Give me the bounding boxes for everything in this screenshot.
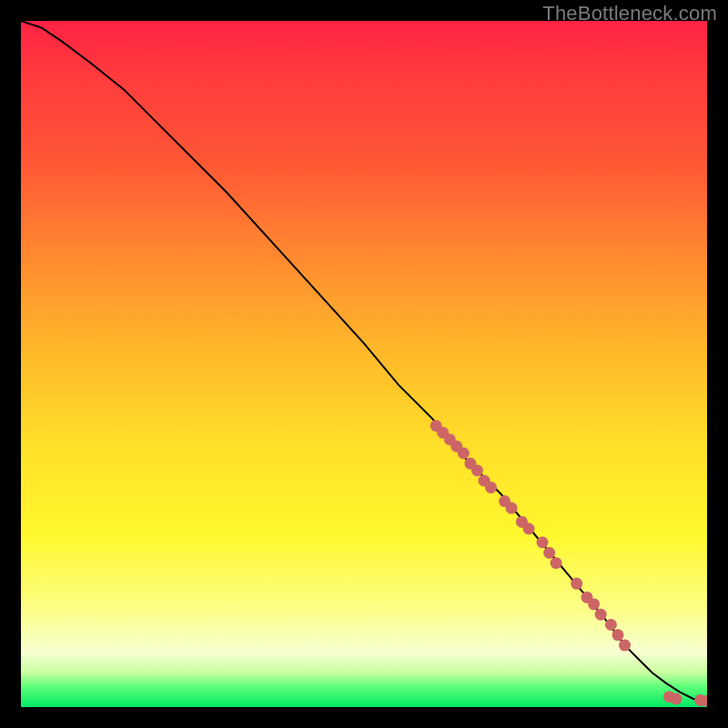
bottleneck-curve bbox=[21, 21, 707, 702]
data-point bbox=[537, 537, 549, 549]
data-point bbox=[523, 523, 535, 535]
data-point bbox=[485, 481, 497, 493]
data-point bbox=[671, 693, 682, 705]
data-point bbox=[458, 448, 470, 460]
data-point bbox=[543, 547, 555, 559]
data-point bbox=[506, 502, 518, 514]
chart-overlay bbox=[21, 21, 707, 707]
data-point bbox=[571, 578, 582, 590]
data-point bbox=[605, 619, 617, 631]
data-point bbox=[588, 598, 600, 610]
data-point bbox=[612, 629, 624, 641]
data-point bbox=[595, 609, 607, 621]
data-point bbox=[471, 464, 483, 476]
data-point bbox=[551, 557, 562, 569]
scatter-group bbox=[430, 420, 707, 706]
data-point bbox=[619, 640, 631, 652]
chart-frame: TheBottleneck.com bbox=[0, 0, 728, 728]
watermark-text: TheBottleneck.com bbox=[542, 2, 717, 25]
